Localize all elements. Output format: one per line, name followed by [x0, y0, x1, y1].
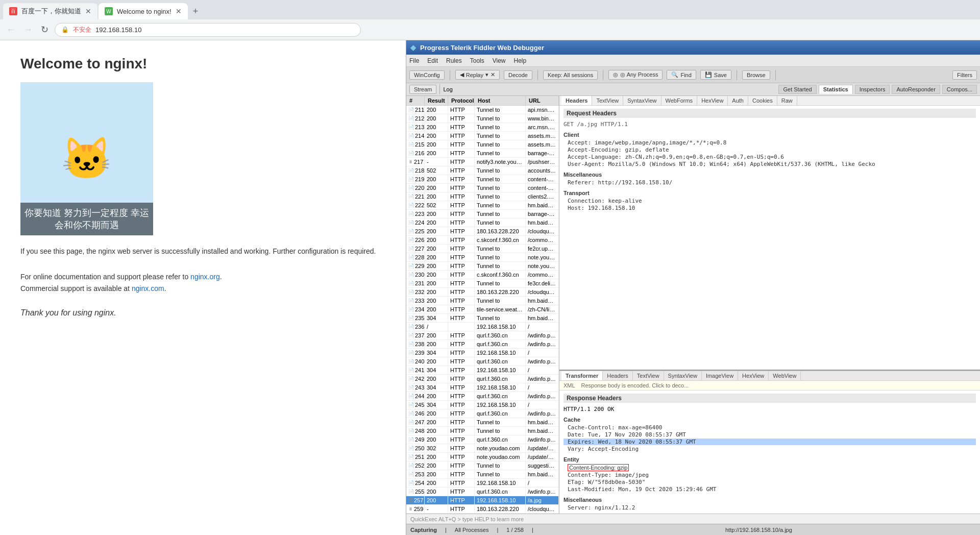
- table-row[interactable]: 📄 229 200 HTTP Tunnel to note.youdao.com…: [406, 262, 559, 271]
- table-row[interactable]: 📄 252 200 HTTP Tunnel to suggestion.baid…: [406, 461, 559, 470]
- table-row[interactable]: 📄 211 200 HTTP Tunnel to api.msn.com:443: [406, 106, 559, 114]
- table-row[interactable]: 📄 232 200 HTTP 180.163.228.220 /cloudque…: [406, 288, 559, 297]
- find-button[interactable]: 🔍 Find: [667, 70, 696, 80]
- tab-baidu[interactable]: 百 百度一下，你就知道 ✕: [3, 3, 97, 19]
- back-button[interactable]: ←: [4, 22, 17, 37]
- menu-file[interactable]: File: [409, 57, 419, 64]
- req-tab-raw[interactable]: Raw: [777, 96, 797, 105]
- req-tab-auth[interactable]: Auth: [728, 96, 748, 105]
- address-bar[interactable]: 🔒 不安全 192.168.158.10: [55, 23, 361, 37]
- table-row[interactable]: 📄 212 200 HTTP Tunnel to www.bing.com:44…: [406, 114, 559, 123]
- table-row[interactable]: 📄 214 200 HTTP Tunnel to assets.msn.com:…: [406, 132, 559, 140]
- replay-button[interactable]: ◀ Replay ▾ ✕: [455, 70, 500, 80]
- table-row[interactable]: 📄 226 200 HTTP c.skconf.f.360.cn /common…: [406, 236, 559, 245]
- req-tab-headers[interactable]: Headers: [561, 96, 592, 105]
- table-row[interactable]: 📄 218 502 HTTP Tunnel to accounts.google…: [406, 166, 559, 175]
- tab-statistics[interactable]: Statistics: [819, 85, 853, 94]
- tab-close-nginx[interactable]: ✕: [176, 7, 182, 15]
- menu-rules[interactable]: Rules: [446, 57, 462, 64]
- table-row[interactable]: 📄 235 304 HTTP Tunnel to hm.baidu.com:44…: [406, 314, 559, 323]
- req-tab-webforms[interactable]: WebForms: [662, 96, 698, 105]
- table-row[interactable]: 📄 246 200 HTTP qurl.f.360.cn /wdinfo.php: [406, 409, 559, 418]
- req-tab-textview[interactable]: TextView: [592, 96, 623, 105]
- cell-result: 200: [425, 453, 448, 461]
- table-row[interactable]: 📄 224 200 HTTP Tunnel to hm.baidu.com:44…: [406, 218, 559, 227]
- table-row[interactable]: 📄 216 200 HTTP Tunnel to barrage-kunpeng…: [406, 149, 559, 158]
- row-icon: 📄: [408, 203, 414, 208]
- table-row[interactable]: ⏸ 217 - HTTP notify3.note.youda... /push…: [406, 158, 559, 166]
- browse-button[interactable]: Browse: [742, 70, 770, 80]
- menu-tools[interactable]: Tools: [470, 57, 484, 64]
- table-row[interactable]: 📄 244 200 HTTP qurl.f.360.cn /wdinfo.php: [406, 392, 559, 401]
- table-row[interactable]: 📄 253 200 HTTP Tunnel to hm.baidu.com:44…: [406, 470, 559, 479]
- table-row[interactable]: 📄 223 200 HTTP Tunnel to barrage-kunpeng…: [406, 210, 559, 218]
- req-tab-hexview[interactable]: HexView: [697, 96, 728, 105]
- table-row[interactable]: 📄 219 200 HTTP Tunnel to content-autofil…: [406, 175, 559, 184]
- resp-tab-transformer[interactable]: Transformer: [561, 371, 603, 380]
- table-row[interactable]: 🖼 257 200 HTTP 192.168.158.10 /a.jpg: [406, 496, 559, 505]
- resp-tab-headers[interactable]: Headers: [603, 371, 633, 380]
- any-process-button[interactable]: ◎ ◎ Any Process: [608, 70, 663, 80]
- resp-tab-textview[interactable]: TextView: [633, 371, 664, 380]
- table-row[interactable]: 📄 242 200 HTTP qurl.f.360.cn /wdinfo.php: [406, 375, 559, 383]
- status-all-processes[interactable]: All Processes: [455, 527, 489, 533]
- table-row[interactable]: 📄 225 200 HTTP 180.163.228.220 /cloudque…: [406, 227, 559, 236]
- table-row[interactable]: ⏸ 259 - HTTP 180.163.228.220 /cloudquery…: [406, 505, 559, 514]
- table-row[interactable]: 📄 220 200 HTTP Tunnel to content-autofil…: [406, 184, 559, 192]
- nginx-com-link[interactable]: nginx.com: [132, 284, 164, 293]
- table-row[interactable]: 📄 228 200 HTTP Tunnel to note.youdao.com…: [406, 253, 559, 262]
- tab-inspectors[interactable]: Inspectors: [855, 85, 890, 94]
- quickexec-bar[interactable]: QuickExec ALT+Q > type HELP to learn mor…: [406, 514, 980, 524]
- table-row[interactable]: 📄 227 200 HTTP Tunnel to fe2cr.update.mi…: [406, 245, 559, 253]
- table-row[interactable]: 📄 213 200 HTTP Tunnel to arc.msn.com:443: [406, 123, 559, 132]
- table-row[interactable]: 📄 254 200 HTTP 192.168.158.10 /: [406, 479, 559, 488]
- table-row[interactable]: 📄 239 304 HTTP 192.168.158.10 /: [406, 349, 559, 357]
- tab-close-baidu[interactable]: ✕: [85, 7, 91, 15]
- table-row[interactable]: 📄 237 200 HTTP qurl.f.360.cn /wdinfo.php: [406, 331, 559, 340]
- table-row[interactable]: 📄 240 200 HTTP qurl.f.360.cn /wdinfo.php: [406, 357, 559, 366]
- table-row[interactable]: 📄 249 200 HTTP qurl.f.360.cn /wdinfo.php: [406, 435, 559, 444]
- resp-tab-webview[interactable]: WebView: [769, 371, 801, 380]
- resp-tab-syntaxview[interactable]: SyntaxView: [664, 371, 702, 380]
- menu-help[interactable]: Help: [514, 57, 527, 64]
- table-row[interactable]: 📄 251 200 HTTP note.youdao.com /update/u…: [406, 453, 559, 461]
- forward-button[interactable]: →: [21, 22, 35, 37]
- req-tab-syntaxview[interactable]: SyntaxView: [623, 96, 661, 105]
- table-row[interactable]: 📄 222 502 HTTP Tunnel to hm.baidu.com:44…: [406, 201, 559, 210]
- table-row[interactable]: 📄 233 200 HTTP Tunnel to hm.baidu.com:44…: [406, 297, 559, 305]
- stream-button[interactable]: Stream: [409, 85, 436, 94]
- tab-get-started[interactable]: Get Started: [778, 85, 816, 94]
- table-row[interactable]: 📄 236 / 192.168.158.10 /: [406, 323, 559, 331]
- table-row[interactable]: 📄 243 304 HTTP 192.168.158.10 /: [406, 383, 559, 392]
- resp-tab-hexview[interactable]: HexView: [738, 371, 769, 380]
- table-row[interactable]: 📄 234 200 HTTP tile-service.weather... /…: [406, 305, 559, 314]
- decode-button[interactable]: Decode: [504, 70, 532, 80]
- winconfig-button[interactable]: WinConfig: [409, 70, 445, 80]
- keep-button[interactable]: Keep: All sessions: [543, 70, 598, 80]
- table-row[interactable]: 📄 245 304 HTTP 192.168.158.10 /: [406, 401, 559, 409]
- menu-view[interactable]: View: [493, 57, 506, 64]
- req-tab-cookies[interactable]: Cookies: [748, 96, 777, 105]
- table-row[interactable]: 📄 241 304 HTTP 192.168.158.10 /: [406, 366, 559, 375]
- tab-compose[interactable]: Compos...: [942, 85, 977, 94]
- resp-tab-imageview[interactable]: ImageView: [702, 371, 738, 380]
- table-row[interactable]: 📄 221 200 HTTP Tunnel to clients2.google…: [406, 192, 559, 201]
- table-row[interactable]: 📄 248 200 HTTP Tunnel to hm.baidu.com:44…: [406, 427, 559, 435]
- table-row[interactable]: 📄 215 200 HTTP Tunnel to assets.msn.com:…: [406, 140, 559, 149]
- menu-edit[interactable]: Edit: [427, 57, 438, 64]
- new-tab-button[interactable]: +: [189, 6, 203, 17]
- table-row[interactable]: 📄 250 302 HTTP note.youdao.com /update/u…: [406, 444, 559, 453]
- filters-button[interactable]: Filters: [952, 70, 977, 80]
- tab-autoresponder[interactable]: AutoResponder: [892, 85, 940, 94]
- refresh-button[interactable]: ↻: [39, 22, 51, 37]
- table-row[interactable]: 📄 247 200 HTTP Tunnel to hm.baidu.com:44…: [406, 418, 559, 427]
- save-button[interactable]: 💾 Save: [700, 70, 731, 80]
- encode-notice[interactable]: XML Response body is encoded. Click to d…: [559, 381, 980, 391]
- tab-nginx[interactable]: W Welcome to nginx! ✕: [99, 3, 188, 19]
- table-row[interactable]: 📄 230 200 HTTP c.skconf.f.360.cn /common…: [406, 271, 559, 279]
- table-row[interactable]: 📄 231 200 HTTP Tunnel to fe3cr.delivery.…: [406, 279, 559, 288]
- cell-num: 📄 218: [406, 166, 425, 175]
- table-row[interactable]: 📄 255 200 HTTP qurl.f.360.cn /wdinfo.php: [406, 488, 559, 496]
- nginx-org-link[interactable]: nginx.org: [190, 273, 220, 281]
- table-row[interactable]: 📄 238 200 HTTP qurl.f.360.cn /wdinfo.php: [406, 340, 559, 349]
